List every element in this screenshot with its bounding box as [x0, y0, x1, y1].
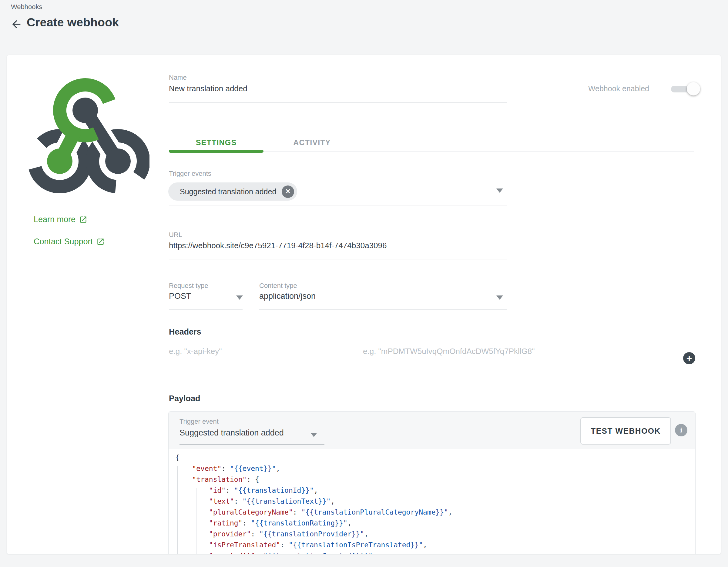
external-link-icon: [79, 216, 87, 224]
request-type-caret-icon[interactable]: [236, 295, 243, 300]
header-key-underline: [169, 367, 349, 367]
active-tab-indicator: [169, 150, 263, 153]
content-type-label: Content type: [259, 282, 297, 290]
name-input[interactable]: [169, 84, 502, 93]
webhook-enabled-label: Webhook enabled: [588, 84, 649, 93]
external-link-icon: [96, 238, 105, 246]
trigger-event-chip[interactable]: Suggested translation added ✕: [168, 183, 297, 201]
content-type-select[interactable]: application/json: [259, 291, 316, 301]
payload-trigger-event-caret-icon[interactable]: [310, 433, 317, 437]
url-input[interactable]: [169, 241, 502, 250]
trigger-events-underline: [169, 205, 507, 206]
content-type-caret-icon[interactable]: [496, 295, 503, 300]
webhook-card: Learn more Contact Support Name Webhook …: [7, 55, 721, 554]
url-label: URL: [169, 231, 182, 239]
trigger-events-dropdown-caret-icon[interactable]: [496, 189, 503, 193]
headers-heading: Headers: [169, 327, 201, 337]
arrow-back-icon: [10, 18, 22, 30]
learn-more-label: Learn more: [34, 215, 75, 224]
payload-box: Trigger event Suggested translation adde…: [168, 411, 696, 554]
close-icon: ✕: [285, 188, 291, 196]
indent-guide: [177, 466, 178, 554]
name-underline: [169, 102, 507, 103]
payload-code: { "event": "{{event}}", "translation": {…: [169, 449, 695, 554]
tab-divider: [263, 151, 694, 152]
page-title: Create webhook: [27, 16, 119, 29]
learn-more-link[interactable]: Learn more: [34, 215, 87, 224]
payload-heading: Payload: [169, 394, 200, 403]
trigger-events-label: Trigger events: [169, 170, 211, 178]
add-header-button[interactable]: +: [683, 352, 695, 364]
request-type-underline: [169, 309, 243, 310]
breadcrumb[interactable]: Webhooks: [11, 3, 42, 11]
info-icon: i: [680, 426, 682, 434]
payload-header: Trigger event Suggested translation adde…: [169, 411, 695, 449]
header-value-underline: [363, 367, 676, 367]
info-button[interactable]: i: [675, 424, 687, 436]
request-type-select[interactable]: POST: [169, 291, 191, 301]
payload-trigger-event-label: Trigger event: [179, 418, 219, 425]
webhook-enabled-toggle-thumb[interactable]: [687, 82, 700, 96]
request-type-label: Request type: [169, 282, 208, 290]
trigger-event-chip-label: Suggested translation added: [180, 187, 276, 196]
header-value-input[interactable]: [363, 347, 666, 356]
test-webhook-button[interactable]: TEST WEBHOOK: [580, 417, 671, 444]
indent-guide: [196, 488, 196, 554]
payload-trigger-event-select[interactable]: Suggested translation added: [179, 428, 284, 438]
tab-activity[interactable]: ACTIVITY: [263, 135, 361, 150]
webhook-logo-icon: [28, 73, 149, 194]
chip-remove-button[interactable]: ✕: [282, 186, 294, 198]
header-key-input[interactable]: [169, 347, 339, 356]
url-underline: [169, 259, 507, 260]
contact-support-link[interactable]: Contact Support: [34, 237, 105, 247]
payload-trigger-event-underline: [179, 444, 324, 445]
tab-settings[interactable]: SETTINGS: [169, 135, 263, 150]
name-label: Name: [169, 74, 187, 82]
payload-code-editor[interactable]: { "event": "{{event}}", "translation": {…: [169, 449, 695, 554]
back-button[interactable]: [9, 17, 24, 32]
content-type-underline: [259, 309, 507, 310]
contact-support-label: Contact Support: [34, 237, 93, 247]
